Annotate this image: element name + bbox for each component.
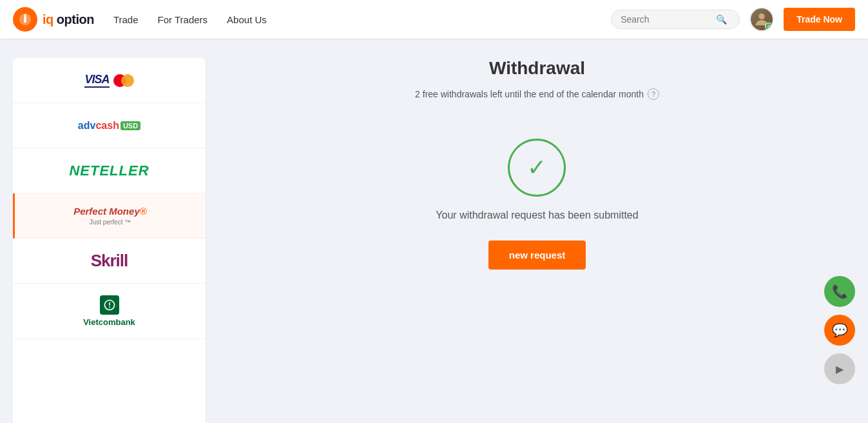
withdrawals-info: 2 free withdrawals left until the end of… [415,88,659,100]
withdrawals-text: 2 free withdrawals left until the end of… [415,89,644,99]
logo-text: iq option [43,12,94,27]
floating-buttons: 📞 💬 ▶ [824,276,855,384]
avatar-verified-badge [765,23,773,30]
content-area: Withdrawal 2 free withdrawals left until… [206,58,868,423]
neteller-logo: NETELLER [69,162,149,179]
sidebar-item-vietcombank[interactable]: Vietcombank [13,284,206,339]
search-input[interactable] [621,14,711,25]
sidebar-item-advcash[interactable]: advcashUSD [13,103,206,148]
skrill-logo: Skrill [91,251,128,271]
vcb-icon [100,295,119,315]
new-request-button[interactable]: new request [488,241,586,270]
main-content: VISA advcashUSD NETELLER Perfect Money® … [0,39,868,423]
mastercard-logo [113,74,134,87]
vietcombank-text: Vietcombank [83,317,135,327]
sidebar-item-neteller[interactable]: NETELLER [13,148,206,193]
vietcombank-logo: Vietcombank [83,295,135,327]
search-bar[interactable]: 🔍 [611,10,740,29]
nav-trade[interactable]: Trade [113,11,139,28]
advcash-logo: advcashUSD [78,120,140,132]
phone-button[interactable]: 📞 [824,276,855,307]
nav-for-traders[interactable]: For Traders [158,11,208,28]
sidebar-item-visa-mc[interactable]: VISA [13,58,206,103]
logo-icon [13,7,37,32]
nav-right-button[interactable]: ▶ [824,353,855,384]
nav: Trade For Traders About Us [113,11,611,28]
visa-logo: VISA [84,74,109,88]
logo[interactable]: iq option [13,7,94,32]
svg-point-3 [759,14,765,19]
visa-mc-logo: VISA [84,74,133,88]
success-container: ✓ Your withdrawal request has been submi… [436,139,638,270]
perfect-money-logo: Perfect Money® Just perfect ™ [73,206,147,226]
avatar[interactable] [749,7,774,32]
sidebar-item-skrill[interactable]: Skrill [13,239,206,284]
svg-point-2 [24,14,26,17]
success-message: Your withdrawal request has been submitt… [436,210,638,221]
check-mark-icon: ✓ [527,156,546,179]
chat-button[interactable]: 💬 [824,315,855,346]
success-circle: ✓ [508,139,566,197]
svg-rect-1 [24,16,26,23]
sidebar-item-perfect-money[interactable]: Perfect Money® Just perfect ™ [13,193,206,239]
header-right: 🔍 Trade Now [611,7,855,32]
payment-sidebar: VISA advcashUSD NETELLER Perfect Money® … [13,58,206,423]
info-icon[interactable]: ? [648,88,659,100]
nav-about-us[interactable]: About Us [227,11,267,28]
search-icon: 🔍 [716,14,727,25]
trade-now-button[interactable]: Trade Now [784,8,855,31]
header: iq option Trade For Traders About Us 🔍 T… [0,0,868,39]
page-title: Withdrawal [489,58,585,79]
